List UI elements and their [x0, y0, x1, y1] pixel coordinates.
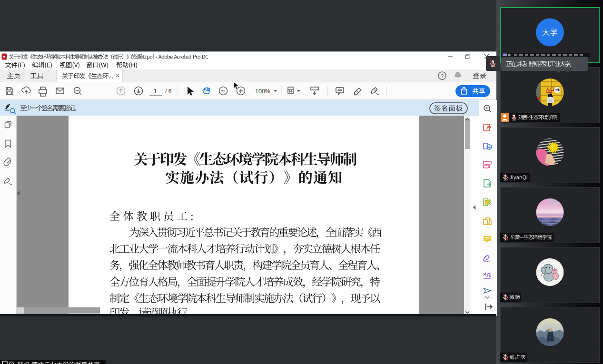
- svg-text:/ 6: / 6: [165, 88, 172, 95]
- svg-text:1: 1: [154, 88, 157, 95]
- svg-text:?: ?: [441, 73, 444, 79]
- svg-text:100%: 100%: [255, 88, 270, 95]
